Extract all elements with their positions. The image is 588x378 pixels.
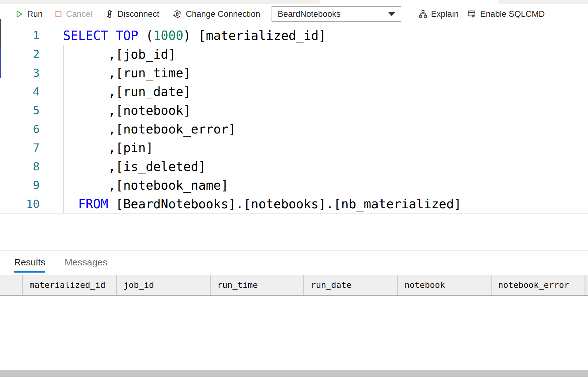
code-line-text[interactable]: SELECT TOP (1000) [materialized_id] <box>42 26 326 45</box>
column-header-notebook[interactable]: notebook <box>398 275 492 295</box>
code-line[interactable]: 6 ,[notebook_error] <box>0 120 588 138</box>
line-number[interactable]: 4 <box>0 82 42 101</box>
code-segment-plain: ,[pin] <box>63 141 153 155</box>
tab-strip-active-segment <box>320 0 498 4</box>
tab-results[interactable]: Results <box>14 257 45 273</box>
code-line-text[interactable]: FROM [BeardNotebooks].[notebooks].[nb_ma… <box>42 195 461 213</box>
enable-sqlcmd-button[interactable]: Enable SQLCMD <box>467 9 545 19</box>
indent-guide <box>63 45 64 213</box>
cancel-button[interactable]: Cancel <box>54 9 92 19</box>
results-grid-body[interactable] <box>0 296 588 370</box>
line-number[interactable]: 3 <box>0 64 42 82</box>
panel-tabbar: Results Messages <box>0 251 588 275</box>
column-header-job_id[interactable]: job_id <box>117 275 211 295</box>
cancel-label: Cancel <box>66 9 92 19</box>
code-segment-keyword: TOP <box>116 28 138 43</box>
column-header-filler <box>586 275 588 295</box>
broken-link-icon <box>105 9 114 19</box>
code-line-text[interactable]: ,[run_date] <box>42 82 191 101</box>
code-segment-plain: ,[run_date] <box>63 85 191 99</box>
results-grid-header: materialized_idjob_idrun_timerun_datenot… <box>0 275 588 296</box>
code-line-text[interactable]: ,[notebook] <box>42 101 191 120</box>
code-line[interactable]: 1SELECT TOP (1000) [materialized_id] <box>0 26 588 45</box>
code-segment-plain: ,[is_deleted] <box>63 159 206 174</box>
code-segment-number: 1000 <box>153 28 183 43</box>
code-segment-plain: ,[notebook_name] <box>63 178 228 192</box>
tab-messages[interactable]: Messages <box>65 257 107 271</box>
code-line-text[interactable]: ,[notebook_name] <box>42 176 228 195</box>
code-segment-plain: ,[run_time] <box>63 66 191 80</box>
column-header-run_date[interactable]: run_date <box>304 275 398 295</box>
change-connection-label: Change Connection <box>186 9 260 19</box>
code-line[interactable]: 8 ,[is_deleted] <box>0 157 588 176</box>
line-number[interactable]: 1 <box>0 26 42 45</box>
run-button[interactable]: Run <box>14 9 43 19</box>
explain-label: Explain <box>431 9 459 19</box>
code-line[interactable]: 9 ,[notebook_name] <box>0 176 588 195</box>
code-segment-keyword: SELECT <box>63 28 108 43</box>
column-header-run_time[interactable]: run_time <box>211 275 304 295</box>
line-number[interactable]: 9 <box>0 176 42 195</box>
line-number[interactable]: 2 <box>0 45 42 64</box>
editor-tab-strip <box>0 0 588 4</box>
code-segment-plain: ( <box>138 28 153 43</box>
code-line-text[interactable]: ,[pin] <box>42 138 153 157</box>
tab-strip-segment <box>0 0 320 4</box>
code-line[interactable]: 10 FROM [BeardNotebooks].[notebooks].[nb… <box>0 195 588 213</box>
code-line-text[interactable]: ,[is_deleted] <box>42 157 206 176</box>
explain-button[interactable]: Explain <box>418 9 459 19</box>
toolbar-separator <box>411 7 411 21</box>
column-header-materialized_id[interactable]: materialized_id <box>23 275 117 295</box>
results-panel: Results Messages materialized_idjob_idru… <box>0 250 588 377</box>
indent-guide <box>94 45 94 195</box>
row-number-header-cell[interactable] <box>0 275 23 295</box>
left-edge-marker-dark <box>0 19 1 47</box>
code-segment-plain: [BeardNotebooks].[notebooks].[nb_materia… <box>108 197 462 211</box>
code-line-text[interactable]: ,[job_id] <box>42 45 176 64</box>
sqlcmd-console-icon <box>467 9 477 19</box>
chevron-down-icon <box>388 12 395 16</box>
code-line[interactable]: 4 ,[run_date] <box>0 82 588 101</box>
change-connection-button[interactable]: Change Connection <box>172 9 260 19</box>
database-dropdown[interactable]: BeardNotebooks <box>272 6 401 22</box>
cancel-square-icon <box>54 10 63 18</box>
org-chart-icon <box>418 9 428 19</box>
sql-editor[interactable]: 1SELECT TOP (1000) [materialized_id]2 ,[… <box>0 24 588 250</box>
disconnect-label: Disconnect <box>118 9 159 19</box>
line-number[interactable]: 8 <box>0 157 42 176</box>
code-line-text[interactable]: ,[notebook_error] <box>42 120 236 138</box>
line-number[interactable]: 5 <box>0 101 42 120</box>
code-line[interactable]: 3 ,[run_time] <box>0 64 588 82</box>
code-segment-plain: ,[notebook_error] <box>63 122 236 136</box>
code-line-text[interactable]: ,[run_time] <box>42 64 191 82</box>
code-line[interactable]: 7 ,[pin] <box>0 138 588 157</box>
horizontal-scrollbar[interactable] <box>0 370 588 377</box>
current-line-border <box>0 213 588 214</box>
query-toolbar: Run Cancel Disconnect <box>0 4 588 24</box>
line-number[interactable]: 7 <box>0 138 42 157</box>
enable-sqlcmd-label: Enable SQLCMD <box>480 9 545 19</box>
database-dropdown-value: BeardNotebooks <box>278 9 341 19</box>
line-number[interactable]: 10 <box>0 195 42 213</box>
code-segment-plain <box>108 28 116 43</box>
code-segment-keyword: FROM <box>78 197 108 211</box>
tab-strip-segment <box>498 0 588 4</box>
code-segment-plain: ,[job_id] <box>63 47 176 61</box>
line-number[interactable]: 6 <box>0 120 42 138</box>
code-segment-plain <box>63 197 78 211</box>
code-segment-plain: ,[notebook] <box>63 103 191 118</box>
code-line[interactable]: 2 ,[job_id] <box>0 45 588 64</box>
left-edge-marker-blue <box>0 47 1 78</box>
circular-arrows-icon <box>172 9 182 19</box>
code-segment-plain: ) [materialized_id] <box>183 28 326 43</box>
column-header-notebook_error[interactable]: notebook_error <box>492 275 586 295</box>
code-line[interactable]: 5 ,[notebook] <box>0 101 588 120</box>
run-label: Run <box>27 9 43 19</box>
run-play-icon <box>14 9 24 19</box>
disconnect-button[interactable]: Disconnect <box>105 9 159 19</box>
